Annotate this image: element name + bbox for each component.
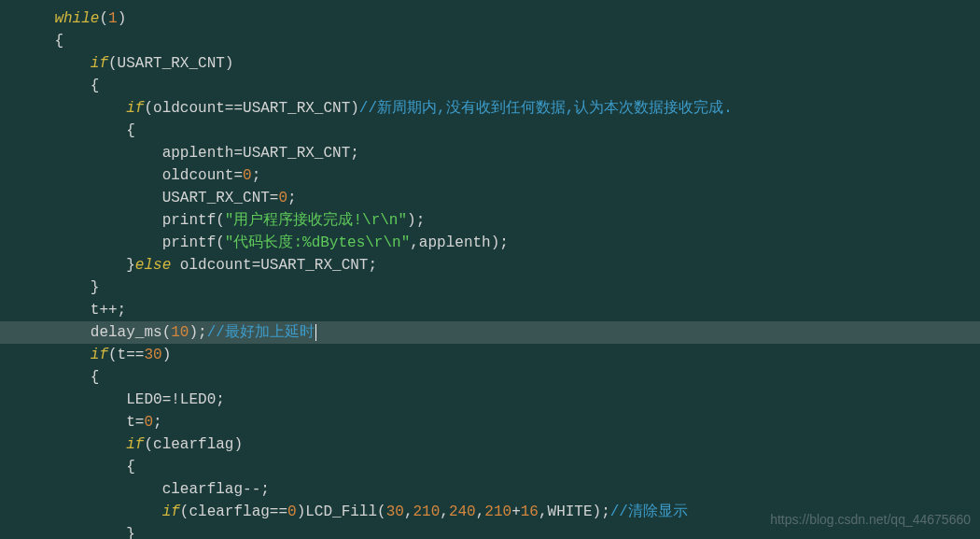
token-punc: { — [54, 33, 63, 50]
token-id: applenth=USART_RX_CNT; — [162, 145, 359, 162]
token-punc: { — [91, 78, 100, 94]
token-punc: (oldcount==USART_RX_CNT) — [144, 100, 358, 117]
token-id: oldcount=USART_RX_CNT; — [171, 257, 377, 274]
token-punc: (t== — [108, 347, 144, 363]
token-str: "用户程序接收完成!\r\n" — [225, 212, 407, 229]
token-id: clearflag--; — [162, 481, 270, 498]
watermark-text: https://blog.csdn.net/qq_44675660 — [770, 510, 971, 530]
token-punc: ,applenth); — [410, 234, 509, 251]
token-id: printf( — [162, 234, 225, 251]
token-num: 16 — [521, 504, 539, 520]
code-line[interactable]: LED0=!LED0; — [0, 389, 980, 411]
token-id: oldcount= — [162, 167, 243, 184]
code-line[interactable]: }else oldcount=USART_RX_CNT; — [0, 254, 980, 277]
code-line[interactable]: { — [0, 75, 980, 97]
token-kw: if — [126, 100, 144, 117]
token-punc: ); — [189, 324, 206, 341]
code-line[interactable]: oldcount=0; — [0, 164, 980, 187]
code-line[interactable]: { — [0, 120, 980, 142]
code-line[interactable]: printf("代码长度:%dBytes\r\n",applenth); — [0, 232, 980, 254]
code-line[interactable]: { — [0, 366, 980, 389]
token-id: USART_RX_CNT= — [162, 190, 279, 206]
token-num: 0 — [287, 504, 297, 520]
token-punc: ,WHITE); — [539, 504, 610, 520]
code-line[interactable]: t=0; — [0, 411, 980, 433]
code-line[interactable]: if(t==30) — [0, 344, 980, 366]
token-num: 30 — [386, 504, 404, 520]
token-num: 0 — [243, 167, 252, 184]
token-num: 210 — [484, 504, 511, 520]
token-id: delay_ms( — [91, 324, 171, 341]
token-num: 1 — [108, 10, 118, 27]
token-punc: { — [126, 122, 135, 139]
token-punc: (clearflag== — [180, 504, 287, 520]
code-line[interactable]: if(USART_RX_CNT) — [0, 52, 980, 75]
token-punc: ; — [153, 414, 162, 431]
token-cmt: //最好加上延时 — [207, 324, 315, 341]
code-line[interactable]: { — [0, 456, 980, 478]
token-num: 210 — [413, 504, 440, 520]
token-num: 0 — [144, 414, 153, 431]
code-line[interactable]: printf("用户程序接收完成!\r\n"); — [0, 209, 980, 232]
token-punc: )LCD_Fill( — [297, 504, 386, 520]
token-num: 10 — [171, 324, 189, 341]
token-cmt: //清除显示 — [610, 504, 688, 520]
token-punc: } — [126, 257, 135, 274]
token-kw: else — [135, 257, 171, 274]
token-punc: } — [126, 526, 135, 539]
token-punc: (clearflag) — [144, 436, 243, 453]
token-kw: if — [162, 504, 180, 520]
code-line[interactable]: } — [0, 277, 980, 299]
token-punc: ); — [407, 212, 425, 229]
token-punc: ; — [252, 167, 261, 184]
code-line[interactable]: USART_RX_CNT=0; — [0, 187, 980, 209]
code-line[interactable]: if(oldcount==USART_RX_CNT)//新周期内,没有收到任何数… — [0, 97, 980, 120]
token-cmt: //新周期内,没有收到任何数据,认为本次数据接收完成. — [359, 100, 733, 117]
token-kw: if — [91, 347, 108, 363]
token-id: LED0=!LED0; — [126, 391, 225, 408]
token-punc: { — [91, 369, 100, 386]
token-punc: , — [476, 504, 485, 520]
token-kw: if — [126, 436, 144, 453]
token-punc: ( — [99, 10, 108, 27]
text-cursor — [315, 324, 316, 341]
token-id: printf( — [162, 212, 225, 229]
token-punc: ) — [118, 10, 127, 27]
token-punc: { — [126, 459, 135, 475]
token-punc: + — [511, 504, 521, 520]
token-punc: (USART_RX_CNT) — [108, 55, 233, 72]
token-punc: } — [91, 279, 100, 296]
token-punc: ) — [162, 347, 172, 363]
token-punc: ; — [287, 190, 297, 206]
token-num: 0 — [278, 190, 287, 206]
token-id: t= — [126, 414, 144, 431]
token-id: t++; — [91, 302, 126, 319]
token-punc: , — [440, 504, 449, 520]
code-editor[interactable]: while(1) { if(USART_RX_CNT) { if(oldcoun… — [0, 0, 980, 539]
token-num: 30 — [144, 347, 161, 363]
code-line[interactable]: clearflag--; — [0, 478, 980, 501]
code-line[interactable]: while(1) — [0, 7, 980, 30]
code-line[interactable]: { — [0, 30, 980, 52]
code-line[interactable]: t++; — [0, 299, 980, 321]
token-str: "代码长度:%dBytes\r\n" — [225, 234, 410, 251]
code-line[interactable]: applenth=USART_RX_CNT; — [0, 142, 980, 164]
code-line[interactable]: if(clearflag) — [0, 433, 980, 456]
token-num: 240 — [449, 504, 476, 520]
code-line[interactable]: delay_ms(10);//最好加上延时 — [0, 321, 980, 344]
token-kw: while — [54, 10, 99, 27]
token-kw: if — [91, 55, 108, 72]
